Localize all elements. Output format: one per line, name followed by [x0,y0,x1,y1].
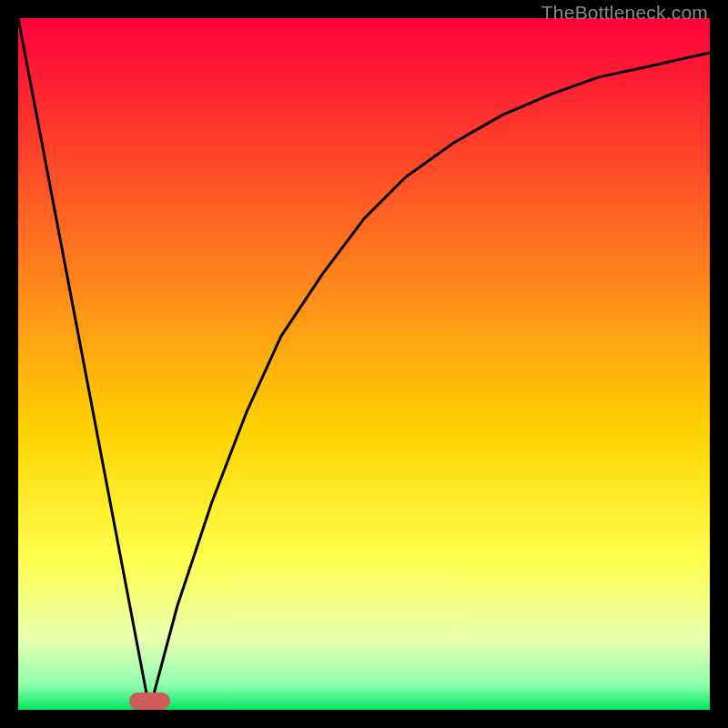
bottleneck-chart [18,18,710,710]
plot-frame [18,18,710,710]
watermark-text: TheBottleneck.com [541,2,708,24]
gradient-background [18,18,710,710]
optimum-marker [129,693,171,710]
